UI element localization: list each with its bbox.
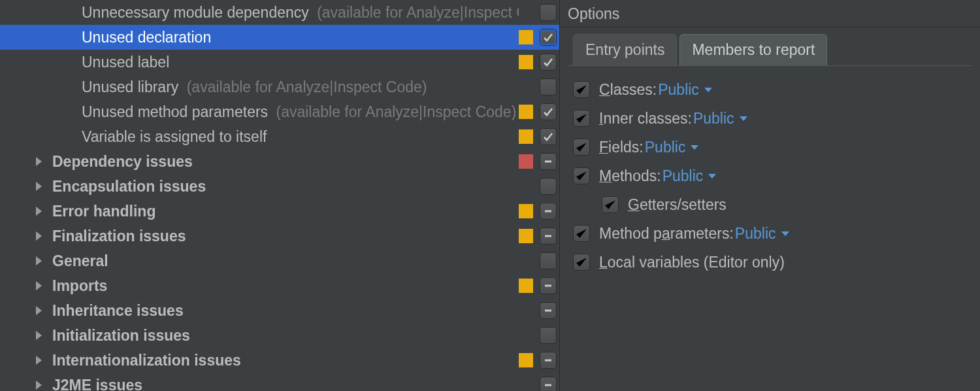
severity-indicator <box>519 303 533 318</box>
inspection-availability-hint: (available for Analyze|Inspect Code) <box>272 103 516 120</box>
inspection-group[interactable]: Error handling <box>0 199 559 224</box>
inspection-item[interactable]: Unused library (available for Analyze|In… <box>0 75 559 99</box>
inspection-group-label: Finalization issues <box>52 228 519 245</box>
expand-arrow-icon[interactable] <box>36 157 42 166</box>
severity-indicator <box>519 204 533 218</box>
member-visibility-dropdown[interactable]: Public <box>735 225 776 243</box>
inspection-group[interactable]: J2ME issues <box>0 373 559 391</box>
inspection-group-label: Encapsulation issues <box>52 178 519 196</box>
inspection-checkbox[interactable] <box>540 128 557 145</box>
inspection-group[interactable]: Finalization issues <box>0 224 559 248</box>
member-option-row: Fields:Public <box>573 133 967 162</box>
inspection-checkbox[interactable] <box>540 78 557 95</box>
member-option-row: Method parameters:Public <box>573 219 967 248</box>
inspection-item[interactable]: Unused method parameters (available for … <box>0 99 559 124</box>
members-to-report-panel: Classes:PublicInner classes:PublicFields… <box>568 65 972 286</box>
expand-arrow-icon[interactable] <box>36 182 42 191</box>
severity-indicator <box>519 80 533 94</box>
inspection-group[interactable]: Initialization issues <box>0 323 559 348</box>
inspection-group[interactable]: Imports <box>0 273 559 298</box>
inspection-checkbox[interactable] <box>540 228 557 245</box>
inspection-item[interactable]: Variable is assigned to itself <box>0 124 559 149</box>
member-visibility-dropdown[interactable]: Public <box>662 167 704 185</box>
member-label: Methods: <box>599 167 661 185</box>
member-checkbox[interactable] <box>573 167 590 184</box>
member-label: Getters/setters <box>628 196 727 214</box>
member-checkbox[interactable] <box>573 254 590 271</box>
inspection-label: Unnecessary module dependency (available… <box>82 4 519 22</box>
dropdown-arrow-icon[interactable] <box>708 174 716 178</box>
dropdown-arrow-icon[interactable] <box>740 116 747 121</box>
inspection-checkbox[interactable] <box>540 203 557 220</box>
dropdown-arrow-icon[interactable] <box>704 88 712 92</box>
expand-arrow-icon[interactable] <box>36 306 42 315</box>
inspection-checkbox[interactable] <box>540 29 557 46</box>
member-label: Inner classes: <box>599 110 692 128</box>
member-checkbox[interactable] <box>573 110 590 127</box>
inspection-group[interactable]: Encapsulation issues <box>0 174 559 199</box>
severity-indicator <box>519 378 533 391</box>
severity-indicator <box>519 279 533 293</box>
member-visibility-dropdown[interactable]: Public <box>645 139 686 156</box>
inspection-checkbox[interactable] <box>540 377 557 391</box>
dropdown-arrow-icon[interactable] <box>691 145 698 150</box>
options-pane: Options Entry points Members to report C… <box>559 0 980 391</box>
inspection-label: Unused declaration <box>82 29 519 46</box>
member-option-row: Local variables (Editor only) <box>573 248 967 277</box>
member-option-row: Getters/setters <box>573 190 967 219</box>
options-title: Options <box>560 0 980 27</box>
severity-indicator <box>519 328 533 343</box>
inspection-checkbox[interactable] <box>540 178 557 195</box>
inspection-group-label: Inheritance issues <box>52 302 519 320</box>
expand-arrow-icon[interactable] <box>36 381 42 390</box>
inspection-group[interactable]: Inheritance issues <box>0 298 559 323</box>
inspection-checkbox[interactable] <box>540 327 557 344</box>
severity-indicator <box>519 129 533 144</box>
member-checkbox[interactable] <box>602 196 619 213</box>
member-option-row: Methods:Public <box>573 162 967 190</box>
severity-indicator <box>519 254 533 268</box>
inspection-checkbox[interactable] <box>540 302 557 319</box>
member-visibility-dropdown[interactable]: Public <box>658 81 699 99</box>
inspection-group-label: Dependency issues <box>52 153 519 171</box>
inspection-checkbox[interactable] <box>540 252 557 269</box>
expand-arrow-icon[interactable] <box>36 356 42 365</box>
inspection-group[interactable]: General <box>0 248 559 273</box>
inspection-checkbox[interactable] <box>540 352 557 369</box>
expand-arrow-icon[interactable] <box>36 231 42 241</box>
inspection-group[interactable]: Dependency issues <box>0 149 559 174</box>
severity-indicator <box>519 55 533 69</box>
dropdown-arrow-icon[interactable] <box>781 231 789 236</box>
inspection-checkbox[interactable] <box>540 4 557 21</box>
inspection-checkbox[interactable] <box>540 103 557 120</box>
inspection-tree-pane: Unnecessary module dependency (available… <box>0 0 559 391</box>
inspection-item[interactable]: Unused declaration <box>0 25 559 50</box>
member-checkbox[interactable] <box>573 225 590 242</box>
inspection-item[interactable]: Unnecessary module dependency (available… <box>0 0 559 25</box>
severity-indicator <box>519 30 533 44</box>
options-tabs: Entry points Members to report <box>560 27 980 65</box>
member-option-row: Inner classes:Public <box>573 104 967 133</box>
member-visibility-dropdown[interactable]: Public <box>693 110 734 128</box>
expand-arrow-icon[interactable] <box>36 281 42 290</box>
expand-arrow-icon[interactable] <box>36 331 42 340</box>
inspection-checkbox[interactable] <box>540 54 557 71</box>
member-label: Fields: <box>599 139 644 156</box>
inspection-group-label: Error handling <box>52 203 519 220</box>
member-label: Classes: <box>599 81 657 99</box>
tab-members-to-report[interactable]: Members to report <box>679 34 827 65</box>
expand-arrow-icon[interactable] <box>36 256 42 265</box>
member-checkbox[interactable] <box>573 81 590 98</box>
severity-indicator <box>519 154 533 169</box>
tab-entry-points[interactable]: Entry points <box>573 34 677 65</box>
inspection-group[interactable]: Internationalization issues <box>0 348 559 373</box>
inspection-item[interactable]: Unused label <box>0 50 559 75</box>
inspection-label: Unused label <box>82 54 519 71</box>
inspection-label: Unused method parameters (available for … <box>82 103 519 121</box>
inspection-checkbox[interactable] <box>540 153 557 170</box>
inspection-checkbox[interactable] <box>540 277 557 294</box>
member-label: Local variables (Editor only) <box>599 254 785 271</box>
inspection-group-label: Imports <box>52 277 519 295</box>
expand-arrow-icon[interactable] <box>36 207 42 216</box>
member-checkbox[interactable] <box>573 139 590 156</box>
